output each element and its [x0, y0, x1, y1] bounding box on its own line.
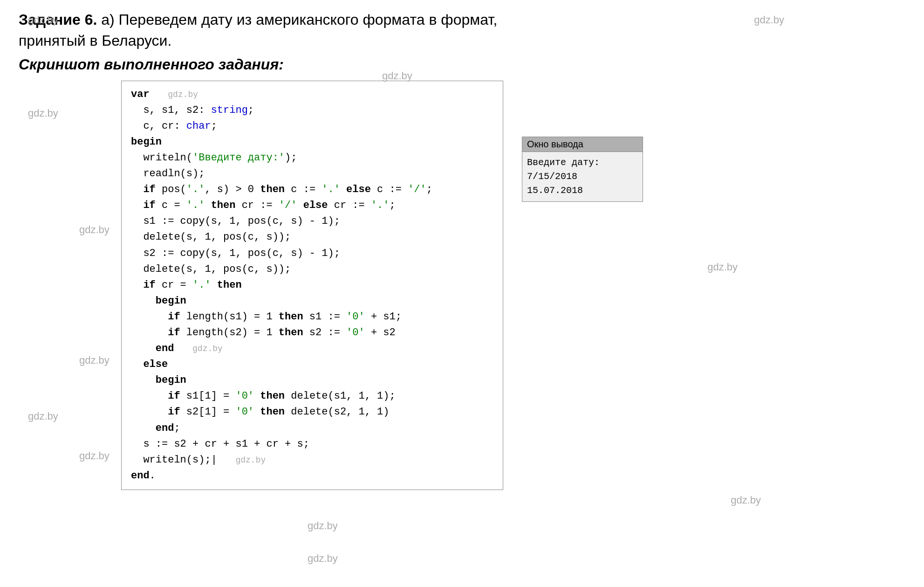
watermark-11: gdz.by — [308, 520, 338, 532]
watermark-9: gdz.by — [79, 450, 110, 462]
code-line-s-assign: s := s2 + cr + s1 + cr + s; — [131, 436, 493, 452]
code-line-delete2: delete(s, 1, pos(c, s)); — [131, 262, 493, 277]
code-line-end3: end. — [131, 468, 493, 484]
code-line-var: var gdz.by — [131, 87, 493, 103]
code-block: var gdz.by s, s1, s2: string; c, cr: cha… — [121, 81, 503, 490]
task-description-part1: а) Переведем дату из американского форма… — [101, 11, 497, 28]
code-line-if1: if pos('.', s) > 0 then c := '.' else c … — [131, 182, 493, 198]
code-line-if5: if length(s2) = 1 then s2 := '0' + s2 — [131, 325, 493, 341]
code-line-s1: s1 := copy(s, 1, pos(c, s) - 1); — [131, 214, 493, 229]
code-line-if3: if cr = '.' then — [131, 277, 493, 293]
code-line-writeln2: writeln(s);| gdz.by — [131, 452, 493, 468]
watermark-3: gdz.by — [382, 70, 412, 82]
output-window: Окно вывода Введите дату: 7/15/2018 15.0… — [522, 137, 643, 490]
page-container: Задание 6. а) Переведем дату из американ… — [0, 0, 924, 587]
code-line-s: s, s1, s2: string; — [131, 103, 493, 118]
task-description-part2: принятый в Беларуси. — [19, 32, 171, 49]
watermark-8: gdz.by — [28, 410, 58, 422]
code-line-end2: end; — [131, 421, 493, 436]
output-line-1: Введите дату: — [527, 156, 638, 170]
output-line-3: 15.07.2018 — [527, 184, 638, 198]
code-line-writeln1: writeln('Введите дату:'); — [131, 150, 493, 166]
watermark-6: gdz.by — [707, 261, 738, 273]
code-line-c: c, cr: char; — [131, 118, 493, 134]
code-line-if2: if c = '.' then cr := '/' else cr := '.'… — [131, 198, 493, 214]
code-line-begin3: begin — [131, 373, 493, 388]
code-line-delete1: delete(s, 1, pos(c, s)); — [131, 229, 493, 245]
watermark-10: gdz.by — [731, 494, 761, 506]
watermark-5: gdz.by — [79, 224, 110, 236]
output-line-2: 7/15/2018 — [527, 170, 638, 184]
code-line-begin2: begin — [131, 293, 493, 309]
main-content: var gdz.by s, s1, s2: string; c, cr: cha… — [19, 81, 905, 490]
watermark-2: gdz.by — [28, 14, 58, 26]
watermark-12: gdz.by — [308, 552, 338, 565]
watermark-4: gdz.by — [28, 107, 58, 119]
code-line-if7: if s2[1] = '0' then delete(s2, 1, 1) — [131, 404, 493, 420]
code-line-else: else — [131, 357, 493, 373]
code-line-s2: s2 := copy(s, 1, pos(c, s) - 1); — [131, 246, 493, 262]
watermark-1: gdz.by — [754, 14, 784, 26]
code-line-end1: end gdz.by — [131, 341, 493, 357]
watermark-7: gdz.by — [79, 354, 110, 366]
code-line-if6: if s1[1] = '0' then delete(s1, 1, 1); — [131, 388, 493, 404]
title-section: Задание 6. а) Переведем дату из американ… — [19, 9, 531, 51]
output-titlebar: Окно вывода — [522, 137, 643, 152]
screenshot-title: Скриншот выполненного задания: — [19, 56, 905, 73]
code-line-begin1: begin — [131, 134, 493, 150]
code-line-readln: readln(s); — [131, 166, 493, 182]
output-body: Введите дату: 7/15/2018 15.07.2018 — [522, 152, 643, 202]
code-line-if4: if length(s1) = 1 then s1 := '0' + s1; — [131, 309, 493, 325]
